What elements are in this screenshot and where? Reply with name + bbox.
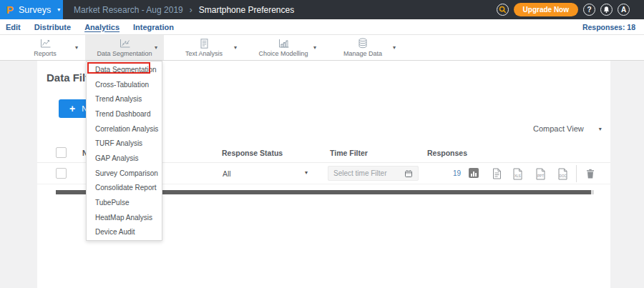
chevron-down-icon[interactable]: ▾ [305, 169, 308, 176]
delete-icon[interactable] [586, 169, 595, 180]
time-filter-placeholder: Select time Filter [333, 169, 386, 177]
survey-nav: Edit Distribute Analytics Integration Re… [0, 19, 644, 35]
menu-item-data-segmentation[interactable]: Data Segmentation [87, 62, 162, 77]
toolbar-item-choice-modelling[interactable]: Choice Modelling ▾ [244, 35, 323, 60]
nav-item-integration[interactable]: Integration [133, 23, 174, 31]
column-header-time-filter: Time Filter [330, 149, 368, 157]
chevron-down-icon: ▾ [155, 44, 157, 51]
menu-item-device-audit[interactable]: Device Audit [87, 225, 162, 240]
chevron-down-icon: ▾ [599, 126, 602, 132]
menu-item-cross-tabulation[interactable]: Cross-Tabulation [87, 77, 162, 92]
compact-view-label: Compact View [533, 124, 584, 133]
menu-item-label: Trend Analysis [95, 95, 142, 103]
toolbar-item-label: Reports [34, 50, 57, 57]
breadcrumb-current: Smartphone Preferences [199, 5, 294, 15]
avatar-initial: A [621, 6, 626, 14]
dashboard-report-icon[interactable] [469, 168, 479, 178]
nav-item-edit[interactable]: Edit [6, 23, 21, 31]
bar-chart-icon [278, 39, 290, 49]
search-button[interactable] [497, 4, 509, 16]
toolbar-item-label: Data Segmentation [97, 50, 152, 57]
divider [576, 165, 577, 182]
menu-item-survey-comparison[interactable]: Survey Comparison [87, 166, 162, 181]
menu-item-trend-analysis[interactable]: Trend Analysis [87, 91, 162, 106]
bar [473, 172, 474, 177]
nav-item-analytics[interactable]: Analytics [84, 23, 119, 31]
menu-item-label: GAP Analysis [95, 154, 138, 162]
menu-item-trend-dashboard[interactable]: Trend Dashboard [87, 106, 162, 121]
text-document-icon [199, 39, 210, 49]
menu-item-label: TURF Analysis [95, 139, 142, 147]
column-header-response-status: Response Status [222, 149, 283, 157]
upgrade-now-button[interactable]: Upgrade Now [514, 3, 578, 16]
toolbar-item-label: Choice Modelling [258, 50, 308, 57]
surveys-menu[interactable]: P Surveys ▾ [0, 0, 63, 19]
bar [471, 174, 472, 177]
ppt-label: PPT [537, 174, 544, 178]
select-all-checkbox[interactable] [56, 147, 67, 158]
nav-item-distribute[interactable]: Distribute [34, 23, 71, 31]
data-segmentation-menu: Data Segmentation Cross-Tabulation Trend… [86, 61, 162, 241]
compact-view-dropdown[interactable]: Compact View ▾ [533, 124, 602, 133]
menu-item-label: Correlation Analysis [95, 125, 158, 133]
toolbar-item-reports[interactable]: Reports ▾ [6, 35, 84, 60]
chevron-down-icon: ▾ [75, 44, 78, 51]
chevron-down-icon: ▾ [393, 44, 396, 51]
surveys-label: Surveys [19, 5, 51, 15]
menu-item-label: HeatMap Analysis [95, 214, 152, 222]
notifications-button[interactable] [600, 4, 613, 16]
questionpro-logo-icon: P [6, 4, 14, 15]
analytics-toolbar: Reports ▾ Data Segmentation ▾ Text Analy… [0, 35, 644, 61]
account-avatar[interactable]: A [618, 4, 630, 16]
menu-item-correlation-analysis[interactable]: Correlation Analysis [87, 121, 162, 136]
top-bar: P Surveys ▾ Market Research - Aug 2019 ›… [0, 0, 644, 19]
responses-count-value[interactable]: 19 [453, 169, 461, 177]
doc-label: DOC [560, 174, 567, 178]
chevron-down-icon: ▾ [313, 44, 316, 51]
calendar-icon[interactable] [404, 169, 413, 178]
topbar-actions: Upgrade Now ? A [497, 3, 644, 16]
menu-item-turf-analysis[interactable]: TURF Analysis [87, 136, 162, 151]
bell-icon [602, 6, 610, 14]
chevron-down-icon: ▾ [57, 6, 60, 13]
menu-item-label: Cross-Tabulation [95, 81, 149, 89]
xls-file-icon[interactable]: XLS [512, 168, 523, 182]
toolbar-item-text-analysis[interactable]: Text Analysis ▾ [165, 35, 243, 60]
menu-item-tubepulse[interactable]: TubePulse [87, 195, 162, 210]
menu-item-label: TubePulse [95, 199, 129, 207]
xls-label: XLS [514, 174, 521, 178]
line-chart-icon [39, 39, 52, 49]
breadcrumb: Market Research - Aug 2019 › Smartphone … [74, 5, 294, 15]
menu-item-label: Device Audit [95, 228, 135, 236]
response-status-select[interactable]: All [223, 169, 231, 178]
document-file-icon[interactable] [492, 168, 502, 181]
menu-item-label: Consolidate Report [95, 184, 157, 192]
menu-item-heatmap-analysis[interactable]: HeatMap Analysis [87, 210, 162, 225]
chevron-down-icon: ▾ [234, 44, 237, 51]
doc-file-icon[interactable]: DOC [557, 168, 568, 182]
menu-item-label: Trend Dashboard [95, 110, 150, 118]
toolbar-item-data-segmentation[interactable]: Data Segmentation ▾ [85, 35, 164, 60]
menu-item-consolidate-report[interactable]: Consolidate Report [87, 181, 162, 196]
menu-item-label: Data Segmentation [95, 66, 157, 74]
toolbar-item-label: Manage Data [343, 50, 382, 57]
toolbar-item-label: Text Analysis [185, 50, 223, 57]
breadcrumb-separator: › [190, 5, 192, 15]
breadcrumb-parent[interactable]: Market Research - Aug 2019 [74, 5, 183, 15]
row-checkbox[interactable] [56, 168, 67, 179]
time-filter-input[interactable]: Select time Filter [328, 166, 419, 181]
menu-item-label: Survey Comparison [95, 169, 158, 177]
help-button[interactable]: ? [583, 4, 595, 16]
menu-item-gap-analysis[interactable]: GAP Analysis [87, 151, 162, 166]
toolbar-item-manage-data[interactable]: Manage Data ▾ [323, 35, 402, 60]
bar [475, 173, 477, 177]
search-icon [499, 6, 507, 14]
ppt-file-icon[interactable]: PPT [535, 168, 546, 182]
column-header-responses: Responses [427, 149, 467, 157]
plus-icon: + [69, 103, 75, 114]
database-icon [357, 38, 369, 49]
responses-count-label: Responses: 18 [582, 23, 644, 31]
scatter-plot-icon [119, 39, 131, 49]
question-mark-icon: ? [587, 6, 591, 14]
